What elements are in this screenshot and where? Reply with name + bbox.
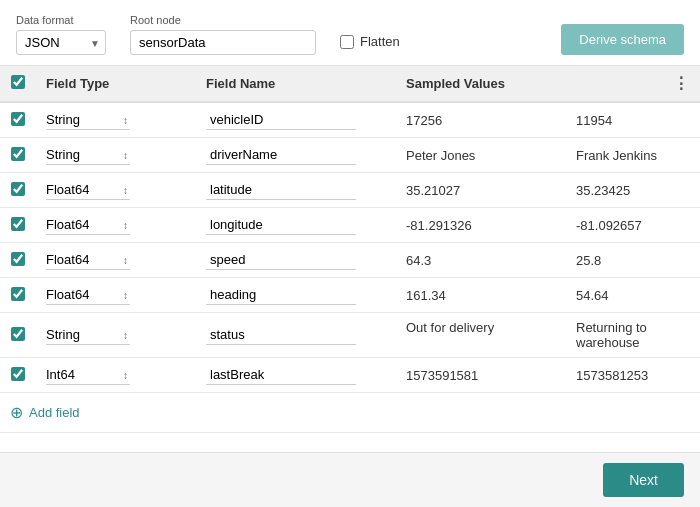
- sampled-value-2: Frank Jenkins: [576, 148, 657, 163]
- select-all-checkbox[interactable]: [11, 75, 25, 89]
- field-name-input[interactable]: [206, 285, 356, 305]
- add-field-cell: ⊕Add field: [0, 393, 700, 433]
- field-name-input[interactable]: [206, 250, 356, 270]
- row-field-type-cell: StringFloat64Int64BooleanTimestamp↕: [36, 138, 196, 173]
- row-checkbox[interactable]: [11, 327, 25, 341]
- row-field-type-cell: StringFloat64Int64BooleanTimestamp↕: [36, 243, 196, 278]
- row-field-type-cell: StringFloat64Int64BooleanTimestamp↕: [36, 173, 196, 208]
- table-row: StringFloat64Int64BooleanTimestamp↕Peter…: [0, 138, 700, 173]
- derive-schema-button[interactable]: Derive schema: [561, 24, 684, 55]
- schema-table-container: Field Type Field Name Sampled Values ⋮ S…: [0, 66, 700, 452]
- field-name-input[interactable]: [206, 110, 356, 130]
- sampled-value-1: 35.21027: [406, 183, 536, 198]
- row-field-name-cell: [196, 278, 396, 313]
- sampled-value-2: -81.092657: [576, 218, 642, 233]
- add-field-button[interactable]: ⊕Add field: [10, 403, 80, 422]
- field-type-select[interactable]: StringFloat64Int64BooleanTimestamp: [46, 250, 130, 270]
- sampled-value-1: Peter Jones: [406, 148, 536, 163]
- field-name-input[interactable]: [206, 180, 356, 200]
- sampled-value-1: 17256: [406, 113, 536, 128]
- field-type-select[interactable]: StringFloat64Int64BooleanTimestamp: [46, 285, 130, 305]
- flatten-label: Flatten: [360, 34, 400, 49]
- top-bar: Data format JSON CSV Avro Parquet ▼ Root…: [0, 0, 700, 66]
- header-menu-cell: ⋮: [663, 66, 700, 102]
- sampled-value-1: 161.34: [406, 288, 536, 303]
- field-name-input[interactable]: [206, 215, 356, 235]
- table-row: StringFloat64Int64BooleanTimestamp↕64.32…: [0, 243, 700, 278]
- header-sampled-values: Sampled Values: [396, 66, 663, 102]
- sampled-value-2: 54.64: [576, 288, 609, 303]
- row-field-type-cell: StringFloat64Int64BooleanTimestamp↕: [36, 278, 196, 313]
- row-checkbox[interactable]: [11, 182, 25, 196]
- row-sampled-cell: -81.291326-81.092657: [396, 208, 700, 243]
- row-field-name-cell: [196, 138, 396, 173]
- field-type-select[interactable]: StringFloat64Int64BooleanTimestamp: [46, 325, 130, 345]
- row-field-type-cell: StringFloat64Int64BooleanTimestamp↕: [36, 102, 196, 138]
- row-checkbox[interactable]: [11, 217, 25, 231]
- column-menu-icon[interactable]: ⋮: [673, 75, 690, 92]
- field-type-select[interactable]: StringFloat64Int64BooleanTimestamp: [46, 180, 130, 200]
- type-select-wrapper: StringFloat64Int64BooleanTimestamp↕: [46, 215, 130, 235]
- sampled-value-1: 64.3: [406, 253, 536, 268]
- sampled-value-2: 1573581253: [576, 368, 648, 383]
- root-node-group: Root node: [130, 14, 316, 55]
- field-type-select[interactable]: StringFloat64Int64BooleanTimestamp: [46, 365, 130, 385]
- type-select-wrapper: StringFloat64Int64BooleanTimestamp↕: [46, 180, 130, 200]
- row-field-name-cell: [196, 208, 396, 243]
- row-checkbox[interactable]: [11, 112, 25, 126]
- type-select-wrapper: StringFloat64Int64BooleanTimestamp↕: [46, 110, 130, 130]
- bottom-bar: Next: [0, 452, 700, 507]
- sampled-value-1: -81.291326: [406, 218, 536, 233]
- data-format-select[interactable]: JSON CSV Avro Parquet: [16, 30, 106, 55]
- row-checkbox[interactable]: [11, 367, 25, 381]
- row-sampled-cell: Out for deliveryReturning to warehouse: [396, 313, 700, 358]
- type-select-wrapper: StringFloat64Int64BooleanTimestamp↕: [46, 145, 130, 165]
- sampled-value-1: Out for delivery: [406, 320, 536, 350]
- header-checkbox-cell: [0, 66, 36, 102]
- row-checkbox-cell: [0, 278, 36, 313]
- row-checkbox-cell: [0, 138, 36, 173]
- header-field-name: Field Name: [196, 66, 396, 102]
- field-type-select[interactable]: StringFloat64Int64BooleanTimestamp: [46, 145, 130, 165]
- table-row: StringFloat64Int64BooleanTimestamp↕17256…: [0, 102, 700, 138]
- next-button[interactable]: Next: [603, 463, 684, 497]
- row-checkbox-cell: [0, 173, 36, 208]
- row-field-type-cell: StringFloat64Int64BooleanTimestamp↕: [36, 358, 196, 393]
- data-format-group: Data format JSON CSV Avro Parquet ▼: [16, 14, 106, 55]
- add-field-label: Add field: [29, 405, 80, 420]
- add-field-icon: ⊕: [10, 403, 23, 422]
- flatten-checkbox[interactable]: [340, 35, 354, 49]
- row-checkbox[interactable]: [11, 147, 25, 161]
- data-format-select-wrapper: JSON CSV Avro Parquet ▼: [16, 30, 106, 55]
- sampled-value-2: 35.23425: [576, 183, 630, 198]
- row-field-name-cell: [196, 243, 396, 278]
- field-name-input[interactable]: [206, 325, 356, 345]
- table-row: StringFloat64Int64BooleanTimestamp↕-81.2…: [0, 208, 700, 243]
- flatten-group: Flatten: [340, 34, 400, 49]
- root-node-input[interactable]: [130, 30, 316, 55]
- row-checkbox-cell: [0, 102, 36, 138]
- field-name-input[interactable]: [206, 145, 356, 165]
- row-sampled-cell: 1725611954: [396, 102, 700, 138]
- row-checkbox[interactable]: [11, 252, 25, 266]
- field-type-select[interactable]: StringFloat64Int64BooleanTimestamp: [46, 110, 130, 130]
- schema-table: Field Type Field Name Sampled Values ⋮ S…: [0, 66, 700, 433]
- row-checkbox-cell: [0, 358, 36, 393]
- row-checkbox-cell: [0, 243, 36, 278]
- row-sampled-cell: 15735915811573581253: [396, 358, 700, 393]
- row-field-name-cell: [196, 102, 396, 138]
- root-node-label: Root node: [130, 14, 316, 26]
- field-type-select[interactable]: StringFloat64Int64BooleanTimestamp: [46, 215, 130, 235]
- row-field-type-cell: StringFloat64Int64BooleanTimestamp↕: [36, 208, 196, 243]
- row-checkbox-cell: [0, 313, 36, 358]
- field-name-input[interactable]: [206, 365, 356, 385]
- row-field-type-cell: StringFloat64Int64BooleanTimestamp↕: [36, 313, 196, 358]
- type-select-wrapper: StringFloat64Int64BooleanTimestamp↕: [46, 365, 130, 385]
- row-checkbox[interactable]: [11, 287, 25, 301]
- sampled-value-2: Returning to warehouse: [576, 320, 690, 350]
- table-body: StringFloat64Int64BooleanTimestamp↕17256…: [0, 102, 700, 433]
- data-format-label: Data format: [16, 14, 106, 26]
- table-row: StringFloat64Int64BooleanTimestamp↕15735…: [0, 358, 700, 393]
- table-row: StringFloat64Int64BooleanTimestamp↕35.21…: [0, 173, 700, 208]
- row-field-name-cell: [196, 173, 396, 208]
